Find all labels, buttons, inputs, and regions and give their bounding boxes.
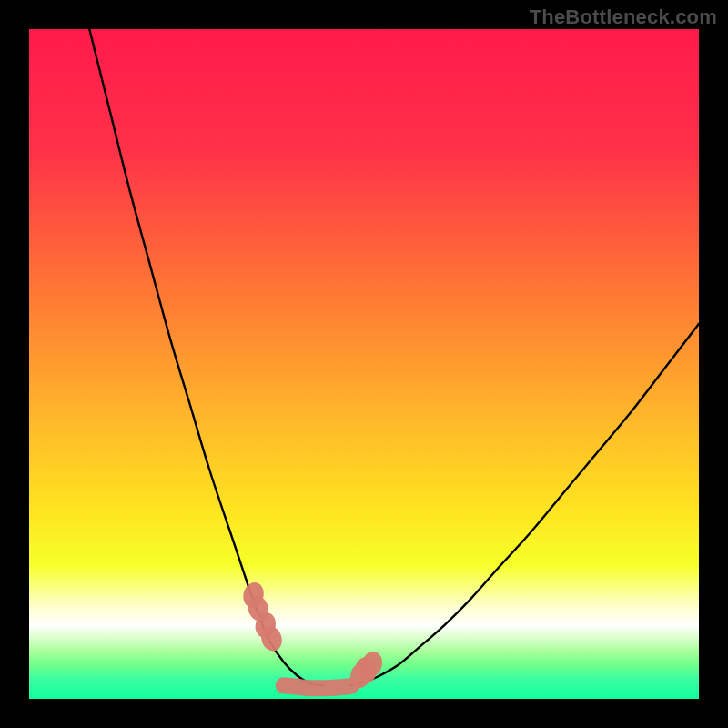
floor-band [284,685,351,688]
curve-overlay [29,29,699,699]
right-curve [350,324,699,685]
chart-frame: TheBottleneck.com [0,0,728,728]
left-curve [89,29,324,685]
watermark-text: TheBottleneck.com [530,5,717,29]
plot-area [29,29,699,699]
